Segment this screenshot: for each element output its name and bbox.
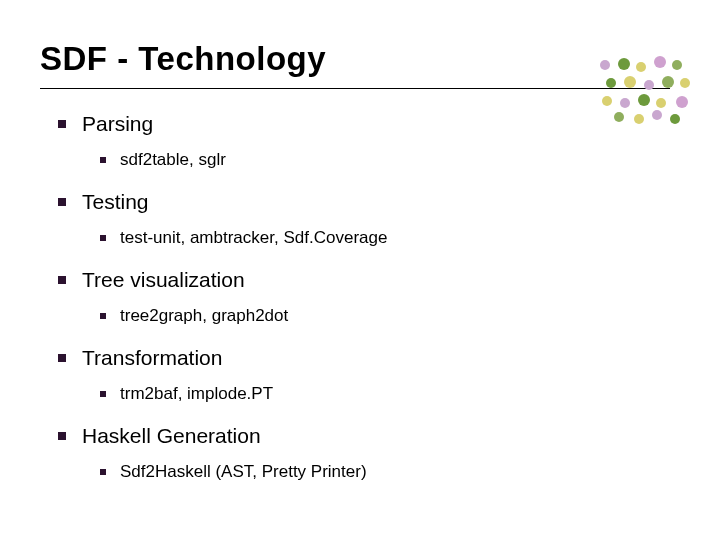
list-item-label: Transformation (82, 346, 222, 370)
list-subitem: Sdf2Haskell (AST, Pretty Printer) (100, 462, 618, 482)
bullet-icon (58, 120, 66, 128)
bullet-icon (58, 432, 66, 440)
list-item: Haskell Generation (58, 424, 618, 448)
bullet-icon (58, 276, 66, 284)
list-item: Testing (58, 190, 618, 214)
dot-icon (638, 94, 650, 106)
list-item-label: Testing (82, 190, 149, 214)
dot-icon (634, 114, 644, 124)
dot-icon (620, 98, 630, 108)
list-item-label: Tree visualization (82, 268, 245, 292)
decorative-dots (600, 56, 700, 120)
dot-icon (644, 80, 654, 90)
dot-icon (600, 60, 610, 70)
dot-icon (606, 78, 616, 88)
list-item-label: Haskell Generation (82, 424, 261, 448)
list-subitem: tree2graph, graph2dot (100, 306, 618, 326)
dot-icon (636, 62, 646, 72)
list-item: Parsing (58, 112, 618, 136)
list-subitem-label: test-unit, ambtracker, Sdf.Coverage (120, 228, 387, 248)
list-subitem: sdf2table, sglr (100, 150, 618, 170)
bullet-icon (100, 235, 106, 241)
list-subitem-label: sdf2table, sglr (120, 150, 226, 170)
bullet-icon (58, 354, 66, 362)
list-item: Transformation (58, 346, 618, 370)
bullet-icon (100, 157, 106, 163)
slide-body: Parsing sdf2table, sglr Testing test-uni… (58, 112, 618, 482)
dot-icon (624, 76, 636, 88)
list-subitem-label: tree2graph, graph2dot (120, 306, 288, 326)
dot-icon (618, 58, 630, 70)
bullet-icon (100, 391, 106, 397)
title-underline (40, 88, 670, 89)
dot-icon (672, 60, 682, 70)
list-subitem: test-unit, ambtracker, Sdf.Coverage (100, 228, 618, 248)
dot-icon (676, 96, 688, 108)
bullet-icon (58, 198, 66, 206)
list-subitem-label: trm2baf, implode.PT (120, 384, 273, 404)
bullet-icon (100, 313, 106, 319)
list-subitem: trm2baf, implode.PT (100, 384, 618, 404)
list-item-label: Parsing (82, 112, 153, 136)
dot-icon (670, 114, 680, 124)
dot-icon (662, 76, 674, 88)
slide: SDF - Technology Parsing sdf2table, sglr… (0, 0, 720, 540)
slide-title: SDF - Technology (40, 40, 326, 78)
dot-icon (680, 78, 690, 88)
dot-icon (652, 110, 662, 120)
bullet-icon (100, 469, 106, 475)
dot-icon (656, 98, 666, 108)
dot-icon (654, 56, 666, 68)
dot-icon (602, 96, 612, 106)
list-item: Tree visualization (58, 268, 618, 292)
list-subitem-label: Sdf2Haskell (AST, Pretty Printer) (120, 462, 367, 482)
